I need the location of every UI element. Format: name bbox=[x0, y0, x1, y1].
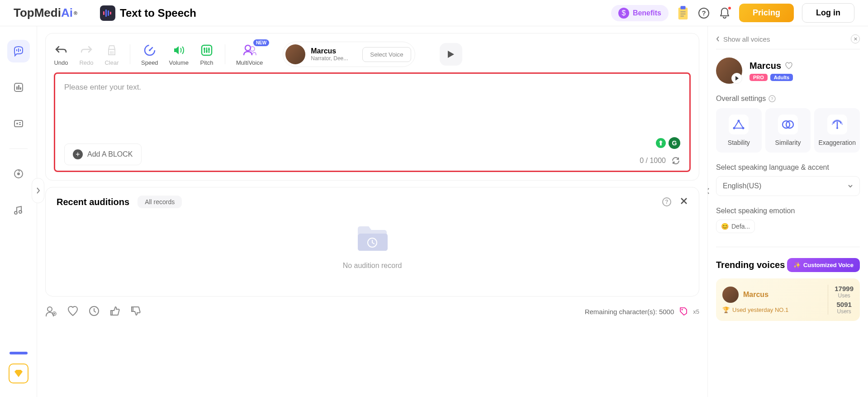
trending-avatar bbox=[722, 287, 739, 303]
text-editor[interactable]: Please enter your text. ⬆ G + Add A BLOC… bbox=[54, 72, 691, 172]
svg-text:?: ? bbox=[702, 9, 706, 17]
history-icon[interactable] bbox=[89, 306, 100, 316]
users-label: Users bbox=[837, 308, 851, 315]
uses-label: Uses bbox=[838, 292, 850, 299]
stability-setting[interactable]: Stability bbox=[716, 108, 762, 153]
svg-rect-17 bbox=[20, 87, 21, 90]
select-voice-button[interactable]: Select Voice bbox=[362, 47, 411, 62]
app-title-text: Text to Speech bbox=[120, 7, 196, 19]
volume-label: Volume bbox=[169, 59, 189, 66]
grammarly-icon-1[interactable]: ⬆ bbox=[655, 137, 667, 149]
voice-name: Marcus bbox=[311, 47, 348, 55]
sidebar-divider bbox=[9, 148, 28, 149]
svg-point-22 bbox=[14, 211, 17, 214]
toolbar-separator-2 bbox=[225, 44, 225, 64]
dollar-icon: $ bbox=[618, 8, 629, 19]
svg-rect-0 bbox=[103, 11, 104, 15]
redo-button[interactable]: Redo bbox=[79, 43, 94, 66]
trending-sub-text: Used yesterday NO.1 bbox=[732, 306, 788, 313]
new-badge: NEW bbox=[253, 39, 269, 46]
svg-text:?: ? bbox=[665, 199, 668, 205]
show-all-voices[interactable]: Show all voices ✕ bbox=[716, 34, 860, 49]
svg-rect-2 bbox=[108, 10, 109, 16]
overall-settings-title: Overall settings ? bbox=[716, 95, 860, 103]
svg-rect-1 bbox=[105, 10, 107, 17]
collapse-panel-button[interactable] bbox=[707, 180, 713, 202]
similarity-setting[interactable]: Similarity bbox=[765, 108, 811, 153]
sidebar-item-2[interactable] bbox=[7, 76, 30, 99]
svg-rect-5 bbox=[680, 6, 685, 9]
svg-point-48 bbox=[733, 127, 735, 129]
auditions-help-icon[interactable]: ? bbox=[662, 197, 672, 207]
thumbs-up-icon[interactable] bbox=[109, 306, 120, 316]
emotion-select[interactable]: 😊 Defa... bbox=[716, 220, 755, 233]
svg-text:?: ? bbox=[771, 96, 774, 101]
svg-rect-4 bbox=[678, 7, 688, 19]
play-button[interactable] bbox=[440, 43, 462, 66]
refresh-icon[interactable] bbox=[671, 156, 680, 165]
grammarly-icon-2[interactable]: G bbox=[669, 137, 680, 149]
remaining-chars: Remaining character(s): 5000 bbox=[585, 308, 674, 316]
sidebar-item-5[interactable] bbox=[7, 199, 30, 221]
clipboard-icon[interactable] bbox=[677, 7, 689, 19]
redo-label: Redo bbox=[79, 59, 93, 66]
svg-point-19 bbox=[16, 123, 18, 124]
pitch-button[interactable]: Pitch bbox=[199, 43, 214, 66]
speed-label: Speed bbox=[141, 59, 158, 66]
pricing-button[interactable]: Pricing bbox=[739, 4, 794, 22]
svg-point-28 bbox=[149, 49, 151, 51]
benefits-button[interactable]: $ Benefits bbox=[611, 5, 669, 21]
svg-point-34 bbox=[206, 50, 208, 52]
registered-mark: ® bbox=[74, 10, 77, 16]
trending-title: Trending voices bbox=[716, 260, 785, 270]
settings-help-icon[interactable]: ? bbox=[768, 95, 776, 102]
add-block-button[interactable]: + Add A BLOCK bbox=[64, 143, 142, 165]
svg-point-41 bbox=[47, 307, 52, 311]
svg-rect-16 bbox=[18, 85, 19, 90]
auditions-empty-text: No audition record bbox=[343, 262, 402, 270]
svg-point-49 bbox=[742, 127, 745, 129]
similarity-label: Similarity bbox=[775, 139, 801, 146]
language-select[interactable]: English(US) bbox=[716, 176, 860, 196]
voice-preview-play-icon[interactable] bbox=[731, 73, 742, 84]
svg-rect-18 bbox=[14, 120, 23, 127]
svg-rect-3 bbox=[110, 12, 111, 14]
sidebar-tts[interactable] bbox=[7, 40, 30, 62]
thumbs-down-icon[interactable] bbox=[130, 306, 141, 316]
add-block-label: Add A BLOCK bbox=[87, 150, 133, 158]
expand-sidebar-button[interactable] bbox=[32, 178, 44, 203]
voice-panel-avatar[interactable] bbox=[716, 57, 742, 84]
sidebar-item-3[interactable] bbox=[7, 112, 30, 135]
undo-label: Undo bbox=[54, 59, 68, 66]
auditions-close-icon[interactable] bbox=[680, 197, 688, 205]
voice-selector[interactable]: Marcus Narrator, Dee... Select Voice bbox=[283, 42, 415, 67]
close-panel-icon[interactable]: ✕ bbox=[851, 34, 860, 43]
sparkle-icon: ✨ bbox=[793, 262, 801, 268]
logo[interactable]: TopMediAi® bbox=[14, 6, 77, 20]
favorite-heart-icon[interactable] bbox=[785, 62, 793, 69]
trophy-icon: 🏆 bbox=[722, 306, 730, 313]
voice-add-icon[interactable] bbox=[45, 306, 57, 317]
svg-point-35 bbox=[208, 48, 210, 50]
clear-button[interactable]: Clear bbox=[104, 43, 119, 66]
heart-icon[interactable] bbox=[67, 306, 79, 316]
multivoice-button[interactable]: NEW MultiVoice bbox=[236, 43, 263, 66]
stability-label: Stability bbox=[728, 139, 750, 146]
volume-button[interactable]: Volume bbox=[169, 43, 189, 66]
exaggeration-setting[interactable]: Exaggeration bbox=[814, 108, 860, 153]
custom-voice-label: Customized Voice bbox=[803, 262, 854, 268]
speed-button[interactable]: Speed bbox=[141, 43, 158, 66]
trending-voice-card[interactable]: Marcus 🏆 Used yesterday NO.1 17999 Uses … bbox=[716, 278, 860, 321]
all-records-button[interactable]: All records bbox=[138, 196, 182, 208]
notification-icon[interactable] bbox=[718, 7, 731, 19]
login-button[interactable]: Log in bbox=[802, 3, 854, 23]
help-icon[interactable]: ? bbox=[697, 7, 710, 19]
svg-point-23 bbox=[19, 210, 22, 213]
customized-voice-button[interactable]: ✨ Customized Voice bbox=[787, 258, 860, 272]
pitch-label: Pitch bbox=[200, 59, 213, 66]
voice-desc: Narrator, Dee... bbox=[311, 55, 348, 62]
sidebar-premium[interactable] bbox=[9, 364, 28, 383]
sidebar-item-4[interactable] bbox=[7, 163, 30, 185]
tag-icon[interactable] bbox=[679, 307, 688, 316]
undo-button[interactable]: Undo bbox=[54, 43, 68, 66]
